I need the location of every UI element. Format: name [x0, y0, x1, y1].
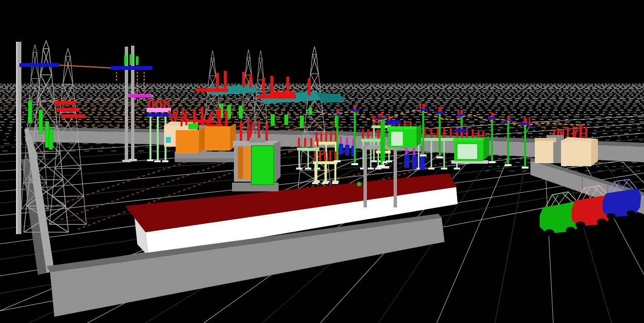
- left-tall-pole[interactable]: [16, 42, 21, 234]
- 3d-viewport[interactable]: [0, 0, 644, 323]
- magenta-busbar: [127, 94, 153, 98]
- green-insulator: [130, 54, 132, 65]
- green-cap: [188, 123, 198, 129]
- blue-bus-cap: [386, 120, 401, 124]
- green-insulator: [124, 55, 127, 65]
- green-panel: [251, 146, 274, 185]
- substation-scene-canvas[interactable]: [0, 0, 644, 323]
- surge-arresters-1[interactable]: [339, 136, 356, 156]
- radiator-fin: [245, 147, 250, 180]
- radiator-fin: [238, 147, 243, 179]
- green-insulator: [136, 56, 138, 65]
- roof-vent-dome: [357, 182, 362, 187]
- cyan-cabinet: [166, 137, 171, 143]
- blue-busbar-right: [111, 66, 152, 70]
